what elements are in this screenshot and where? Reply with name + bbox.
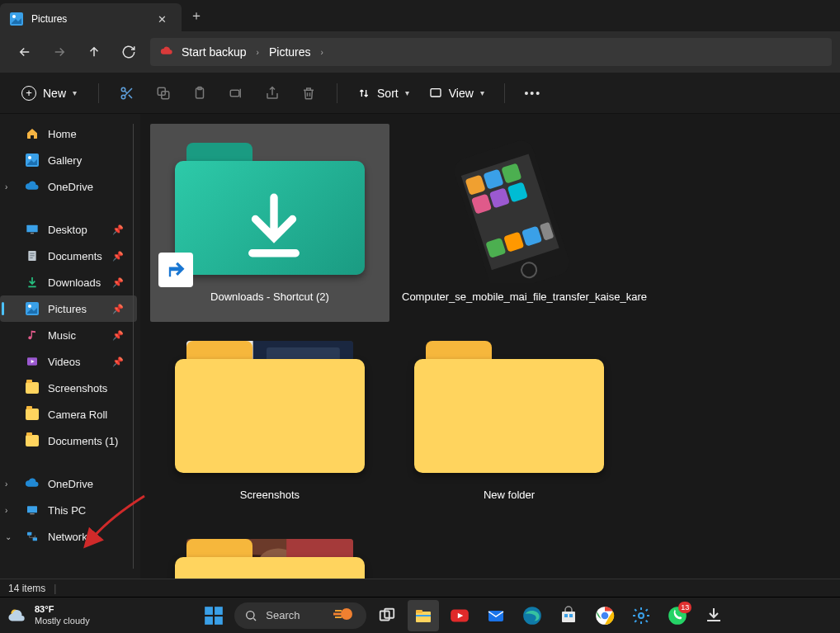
- svg-point-68: [602, 612, 609, 619]
- copy-button[interactable]: [147, 77, 180, 110]
- file-tile[interactable]: New folder: [389, 322, 629, 520]
- view-button[interactable]: View ▾: [421, 79, 493, 107]
- sidebar-item-videos[interactable]: Videos 📌: [0, 348, 137, 375]
- store-button[interactable]: [553, 600, 584, 631]
- refresh-button[interactable]: [112, 35, 145, 68]
- svg-rect-66: [569, 614, 573, 617]
- weather-cond: Mostly cloudy: [35, 616, 90, 626]
- up-button[interactable]: [78, 35, 111, 68]
- whatsapp-button[interactable]: 13: [662, 600, 693, 631]
- divider: [504, 83, 505, 103]
- chevron-down-icon: ⌄: [5, 532, 12, 541]
- forward-button[interactable]: [43, 35, 76, 68]
- tab-title: Pictures: [31, 13, 149, 25]
- sidebar-item-onedrive-2[interactable]: › OneDrive: [0, 470, 137, 497]
- close-tab-icon[interactable]: ✕: [158, 13, 167, 26]
- sidebar-item-documents1[interactable]: Documents (1): [0, 428, 137, 454]
- videos-icon: [25, 354, 40, 369]
- svg-rect-8: [230, 90, 239, 97]
- image-thumb-icon: [422, 135, 596, 283]
- svg-rect-26: [33, 537, 37, 541]
- window-tab[interactable]: Pictures ✕: [0, 3, 182, 35]
- folder-thumb-icon: [175, 341, 365, 473]
- sidebar-item-onedrive[interactable]: › OneDrive: [0, 173, 137, 200]
- file-tile[interactable]: Downloads - Shortcut (2): [150, 124, 389, 322]
- file-tile[interactable]: Camera Roll: [150, 520, 389, 579]
- mail-button[interactable]: [480, 600, 512, 631]
- start-button[interactable]: [198, 600, 229, 631]
- sidebar-item-documents[interactable]: Documents 📌: [0, 243, 137, 269]
- chevron-right-icon: ›: [5, 479, 7, 489]
- sort-label: Sort: [377, 87, 399, 100]
- onedrive-icon: [25, 476, 40, 491]
- breadcrumb[interactable]: Start backup › Pictures ›: [150, 38, 832, 66]
- settings-button[interactable]: [625, 600, 657, 631]
- home-icon: [25, 126, 40, 141]
- breadcrumb-pictures[interactable]: Pictures: [264, 45, 316, 59]
- sidebar-item-gallery[interactable]: Gallery: [0, 147, 137, 173]
- network-icon: [25, 529, 40, 544]
- pin-icon: 📌: [112, 304, 124, 314]
- svg-rect-59: [416, 610, 422, 613]
- taskview-button[interactable]: [371, 600, 403, 631]
- new-button[interactable]: + New ▾: [12, 79, 87, 107]
- pin-icon: 📌: [112, 277, 124, 288]
- cut-button[interactable]: [111, 77, 144, 110]
- sidebar-item-screenshots[interactable]: Screenshots: [0, 375, 137, 401]
- file-tile[interactable]: Screenshots: [150, 322, 389, 520]
- music-icon: [25, 328, 40, 342]
- svg-rect-60: [416, 615, 431, 616]
- breadcrumb-backup[interactable]: Start backup: [177, 45, 252, 59]
- file-name: Downloads - Shortcut (2): [210, 291, 329, 305]
- sidebar-item-downloads[interactable]: Downloads 📌: [0, 269, 137, 295]
- pin-icon: 📌: [112, 357, 124, 367]
- folder-thumb-icon: [414, 341, 604, 473]
- chrome-button[interactable]: [589, 600, 621, 631]
- divider: [98, 83, 99, 103]
- chevron-down-icon: ▾: [405, 88, 409, 97]
- edge-button[interactable]: [517, 600, 548, 631]
- file-name: Computer_se_mobile_mai_file_transfer_kai…: [402, 291, 616, 305]
- sort-button[interactable]: Sort ▾: [349, 79, 418, 107]
- folder-icon: [25, 407, 40, 422]
- chevron-down-icon: ▾: [73, 88, 77, 97]
- svg-rect-53: [215, 616, 223, 625]
- sidebar-item-music[interactable]: Music 📌: [0, 322, 137, 348]
- svg-rect-65: [564, 614, 568, 617]
- sidebar-item-network[interactable]: ⌄ Network: [0, 523, 137, 550]
- explorer-button[interactable]: [408, 600, 439, 631]
- rename-button[interactable]: [219, 77, 252, 110]
- chevron-right-icon: ›: [253, 48, 262, 57]
- sidebar-item-cameraroll[interactable]: Camera Roll: [0, 401, 137, 428]
- downloads-tray-button[interactable]: [698, 600, 729, 631]
- sidebar-item-desktop[interactable]: Desktop 📌: [0, 216, 137, 243]
- onedrive-backup-icon: [158, 44, 175, 60]
- new-tab-button[interactable]: ＋: [182, 0, 211, 31]
- folder-icon: [25, 380, 40, 395]
- sidebar-item-thispc[interactable]: › This PC: [0, 497, 137, 523]
- delete-button[interactable]: [292, 77, 325, 110]
- taskbar-search[interactable]: Search: [234, 602, 366, 629]
- share-button[interactable]: [256, 77, 289, 110]
- thispc-icon: [25, 503, 40, 517]
- desktop-icon: [25, 222, 40, 237]
- status-count: 14 items: [8, 583, 45, 594]
- weather-widget[interactable]: 83°F Mostly cloudy: [7, 604, 90, 626]
- youtube-button[interactable]: [444, 600, 475, 631]
- sidebar-item-home[interactable]: Home: [0, 120, 137, 147]
- back-button[interactable]: [8, 35, 41, 68]
- paste-button[interactable]: [183, 77, 216, 110]
- weather-icon: [7, 605, 28, 626]
- sidebar-item-pictures[interactable]: Pictures 📌: [0, 295, 137, 322]
- svg-rect-17: [30, 257, 32, 258]
- pictures-icon: [10, 12, 23, 26]
- sort-icon: [357, 87, 370, 100]
- notification-badge: 13: [678, 602, 691, 613]
- more-button[interactable]: •••: [517, 77, 550, 110]
- svg-rect-52: [205, 616, 213, 625]
- svg-rect-64: [562, 612, 575, 622]
- file-tile[interactable]: Computer_se_mobile_mai_file_transfer_kai…: [389, 124, 629, 322]
- svg-rect-16: [30, 255, 34, 256]
- svg-rect-24: [30, 513, 34, 514]
- pin-icon: 📌: [112, 251, 124, 262]
